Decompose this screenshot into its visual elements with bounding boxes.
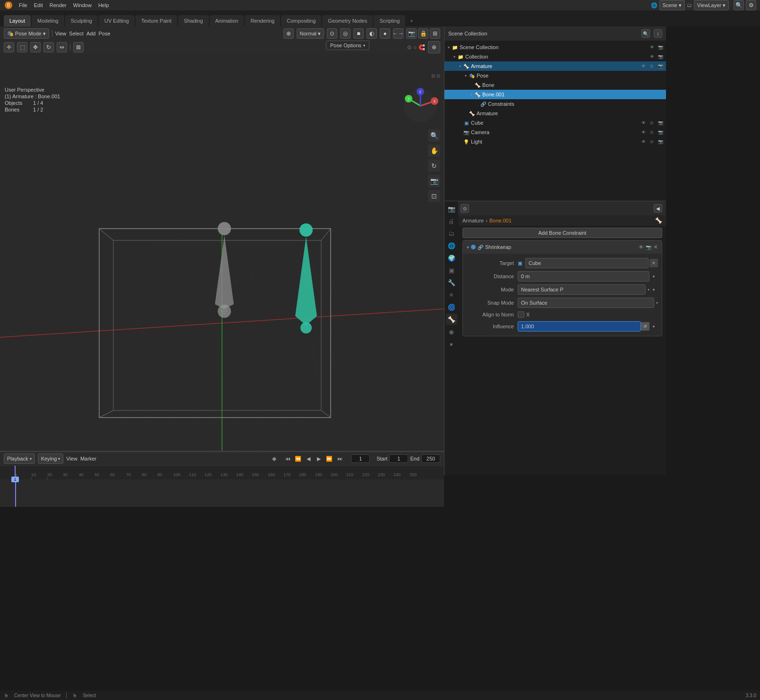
menu-window[interactable]: Window [70,1,94,9]
gizmo-toggle[interactable]: ←→ [393,28,403,39]
camera-view-btn[interactable]: 📷 [406,28,417,39]
panel-collapse-btn[interactable]: ◀ [654,204,662,213]
outliner-item-armature-data[interactable]: ▾ 🦴 Armature [444,109,666,118]
viewport-menu-view[interactable]: View [55,31,67,36]
armature-render[interactable]: 📷 [657,62,664,70]
cube-vis[interactable]: 👁 [640,119,647,127]
reverse-btn[interactable]: ◀ [304,454,313,463]
mode-dropdown[interactable]: Nearest Surface P ▾ [518,284,649,295]
tab-compositing[interactable]: Compositing [281,15,321,26]
current-frame-display[interactable]: 1 [351,454,370,463]
timeline-view-menu[interactable]: View [66,456,77,461]
camera-vis[interactable]: 👁 [640,128,647,136]
menu-file[interactable]: File [16,1,30,9]
viewport-menu-pose[interactable]: Pose [98,31,110,36]
cube-hide[interactable]: ⊙ [648,119,656,127]
outliner-item-collection[interactable]: ▾ 📁 Collection 👁 📷 [444,52,666,61]
tab-layout[interactable]: Layout [4,15,31,26]
scene-collection-vis[interactable]: 👁 [648,43,656,51]
pan-icon[interactable]: ✋ [428,145,440,157]
move-tool[interactable]: ✥ [30,42,41,52]
pivot-center-btn[interactable]: ⊕ [283,28,294,39]
cube-render[interactable]: 📷 [657,119,664,127]
distance-field[interactable]: 0 m [518,271,649,282]
outliner-sync-btn[interactable]: ↕ [654,29,662,38]
light-hide[interactable]: ⊙ [648,138,656,145]
scene-collection-render[interactable]: 📷 [657,43,664,51]
cursor-tool[interactable]: ✛ [4,42,14,52]
menu-render[interactable]: Render [47,1,69,9]
scale-tool[interactable]: ⇔ [57,42,67,52]
tab-add[interactable]: + [406,15,417,26]
jump-start-btn[interactable]: ⏮ [283,454,292,463]
scene-dropdown[interactable]: Scene ▾ [659,0,685,10]
frame-marker[interactable]: 1 [11,477,19,482]
outliner-item-bone-001[interactable]: ▾ 🦴 Bone.001 [444,90,666,99]
prop-icon-output[interactable]: 🖨 [446,215,457,227]
prop-icon-constraints[interactable]: 🦴 [446,314,457,325]
add-bone-constraint-btn[interactable]: Add Bone Constraint [462,228,662,238]
constraint-render-btn[interactable]: 📷 [646,245,651,250]
tab-scripting[interactable]: Scripting [374,15,405,26]
viewport[interactable]: 🎭 Pose Mode ▾ View Select Add Pose ⊕ Nor… [0,26,444,452]
outliner-item-cube[interactable]: ▾ ▣ Cube 👁 ⊙ 📷 [444,118,666,128]
influence-reset-btn[interactable]: ↺ [641,322,649,331]
end-frame-display[interactable]: 250 [421,454,440,463]
timeline-marker-menu[interactable]: Marker [80,456,96,461]
prop-icon-object[interactable]: ▣ [446,265,457,276]
transform-tool[interactable]: ⊠ [73,42,84,52]
prop-icon-particles[interactable]: ✳ [446,289,457,300]
collection-render[interactable]: 📷 [657,53,664,60]
zoom-in-icon[interactable]: 🔍 [428,129,440,142]
viewport-gizmo[interactable]: X Y Z [401,87,439,125]
prop-icon-data[interactable]: ◉ [446,326,457,337]
pose-options-btn[interactable]: Pose Options ▾ [326,41,369,50]
light-vis[interactable]: 👁 [640,138,647,145]
rotate-view-icon[interactable]: ↻ [428,160,440,172]
camera-hide[interactable]: ⊙ [648,128,656,136]
constraint-vis-btn[interactable]: 👁 [639,244,644,250]
wireframe-icon[interactable]: ⊡ [428,190,440,202]
outliner-filter-btn[interactable]: 🔍 [641,29,650,38]
snap-mode-dropdown[interactable]: On Surface ▾ [518,298,658,308]
prop-icon-render[interactable]: 📷 [446,203,457,214]
target-field[interactable]: Cube [525,258,649,268]
outliner-item-constraints[interactable]: ▾ 🔗 Constraints [444,99,666,109]
tab-geometry-nodes[interactable]: Geometry Nodes [322,15,373,26]
viewport-overlay-btn[interactable]: ⊙ [327,28,337,39]
menu-edit[interactable]: Edit [31,1,46,9]
shading-mode-solid[interactable]: ■ [353,28,364,39]
keying-dropdown[interactable]: Keying ▾ [38,453,64,464]
tab-sculpting[interactable]: Sculpting [65,15,98,26]
tab-modeling[interactable]: Modeling [32,15,64,26]
menu-help[interactable]: Help [95,1,112,9]
align-checkbox[interactable] [518,311,524,318]
outliner-item-bone[interactable]: ▾ 🦴 Bone [444,80,666,90]
breadcrumb-bone[interactable]: Bone.001 [489,218,512,223]
influence-bar[interactable]: 1.000 [518,321,641,332]
start-frame-display[interactable]: 1 [389,454,408,463]
tab-shading[interactable]: Shading [178,15,208,26]
outliner-item-armature[interactable]: ▾ 🦴 Armature 👁 ⊙ 📷 [444,61,666,71]
prop-icon-modifier[interactable]: 🔧 [446,277,457,288]
shading-dropdown[interactable]: Normal ▾ [297,28,324,39]
object-mode-toggle[interactable]: 🎭 Pose Mode ▾ [4,28,49,39]
shading-mode-mat[interactable]: ◐ [367,28,377,39]
jump-end-btn[interactable]: ⏭ [335,454,344,463]
settings-btn[interactable]: ⚙ [746,0,756,10]
constraint-expand-toggle[interactable]: ▾ [467,245,469,250]
prop-icon-physics[interactable]: 🌀 [446,301,457,313]
tab-uv-editing[interactable]: UV Editing [99,15,135,26]
select-box-tool[interactable]: ⬚ [17,42,27,52]
tab-rendering[interactable]: Rendering [245,15,280,26]
outliner-item-camera[interactable]: ▾ 📷 Camera 👁 ⊙ 📷 [444,128,666,137]
camera-render[interactable]: 📷 [657,128,664,136]
shading-mode-render[interactable]: ● [380,28,390,39]
breadcrumb-armature[interactable]: Armature [462,218,484,223]
xray-btn[interactable]: ◎ [340,28,350,39]
viewport-menu-select[interactable]: Select [69,31,84,36]
prop-icon-material[interactable]: ● [446,338,457,350]
armature-hide[interactable]: ⊙ [648,62,656,70]
outliner-item-scene-collection[interactable]: ▾ 📁 Scene Collection 👁 📷 [444,43,666,52]
search-btn[interactable]: 🔍 [734,0,744,10]
